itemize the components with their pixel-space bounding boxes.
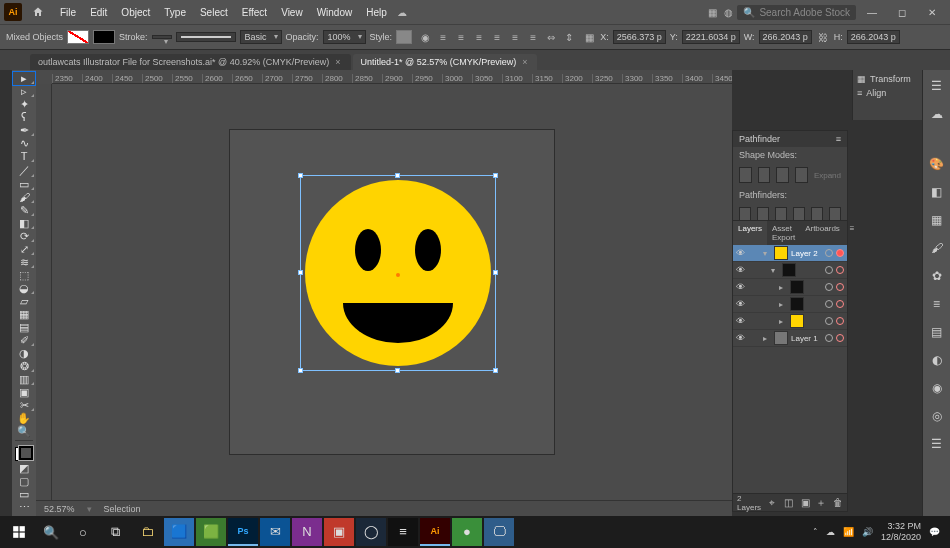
panel-menu-icon[interactable]: ≡ <box>836 134 841 144</box>
selection-indicator[interactable] <box>836 249 844 257</box>
layer-row[interactable]: 👁▸ <box>733 313 847 330</box>
appearance-icon[interactable]: ◉ <box>927 378 947 398</box>
shaper-tool[interactable]: ✎ <box>13 204 35 217</box>
menu-help[interactable]: Help <box>360 4 393 21</box>
visibility-toggle-icon[interactable]: 👁 <box>733 282 747 292</box>
brushes-icon[interactable]: 🖌 <box>927 238 947 258</box>
pen-tool[interactable]: ✒ <box>13 124 35 137</box>
layer-row[interactable]: 👁▾Layer 2 <box>733 245 847 262</box>
stroke-weight-dropdown[interactable] <box>152 35 172 39</box>
file-explorer-icon[interactable]: 🗀 <box>132 518 162 546</box>
taskbar-app-icon[interactable]: 🖵 <box>484 518 514 546</box>
gpu-icon[interactable]: ◍ <box>721 5 735 19</box>
shape-builder-tool[interactable]: ◒ <box>13 282 35 295</box>
close-icon[interactable]: × <box>522 57 527 67</box>
color-panel-icon[interactable]: 🎨 <box>927 154 947 174</box>
distribute-h-icon[interactable]: ⇔ <box>544 30 558 44</box>
align-right-icon[interactable]: ≡ <box>472 30 486 44</box>
window-close[interactable]: ✕ <box>918 2 946 22</box>
opacity-dropdown[interactable]: 100% <box>323 30 366 44</box>
visibility-toggle-icon[interactable]: 👁 <box>733 265 747 275</box>
minus-front-icon[interactable] <box>758 167 771 183</box>
taskbar-app-icon[interactable]: 🟦 <box>164 518 194 546</box>
graphic-styles-icon[interactable]: ◎ <box>927 406 947 426</box>
width-tool[interactable]: ≋ <box>13 256 35 269</box>
canvas-area[interactable]: 2350240024502500255026002650270027502800… <box>36 70 732 516</box>
layer-row[interactable]: 👁▸Layer 1 <box>733 330 847 347</box>
panel-menu-icon[interactable]: ≡ <box>845 221 860 245</box>
photoshop-taskbar-icon[interactable]: Ps <box>228 518 258 546</box>
rotate-tool[interactable]: ⟳ <box>13 230 35 243</box>
close-icon[interactable]: × <box>335 57 340 67</box>
eraser-tool[interactable]: ◧ <box>13 217 35 230</box>
taskbar-app-icon[interactable]: 🟩 <box>196 518 226 546</box>
graphic-style-swatch[interactable] <box>396 30 412 44</box>
layer-row[interactable]: 👁▸ <box>733 296 847 313</box>
selection-indicator[interactable] <box>836 317 844 325</box>
target-indicator-icon[interactable] <box>825 249 833 257</box>
selection-bounding-box[interactable] <box>300 175 496 371</box>
recolor-icon[interactable]: ◉ <box>418 30 432 44</box>
menu-object[interactable]: Object <box>115 4 156 21</box>
onedrive-icon[interactable]: ☁ <box>826 527 835 537</box>
exclude-icon[interactable] <box>795 167 808 183</box>
make-clipping-mask-icon[interactable]: ◫ <box>783 497 793 509</box>
target-indicator-icon[interactable] <box>825 300 833 308</box>
stage[interactable] <box>52 84 732 500</box>
disclosure-icon[interactable]: ▾ <box>771 266 779 275</box>
free-transform-tool[interactable]: ⬚ <box>13 269 35 282</box>
brush-definition-dropdown[interactable]: Basic <box>240 30 282 44</box>
visibility-toggle-icon[interactable]: 👁 <box>733 299 747 309</box>
disclosure-icon[interactable]: ▾ <box>763 249 771 258</box>
system-tray[interactable]: ˄ ☁ 📶 🔊 3:32 PM 12/8/2020 💬 <box>813 521 946 543</box>
align-hcenter-icon[interactable]: ≡ <box>454 30 468 44</box>
notifications-icon[interactable]: 💬 <box>929 527 940 537</box>
target-indicator-icon[interactable] <box>825 266 833 274</box>
lasso-tool[interactable]: ʕ <box>13 111 35 124</box>
illustrator-taskbar-icon[interactable]: Ai <box>420 518 450 546</box>
steam-icon[interactable]: ◯ <box>356 518 386 546</box>
expand-button[interactable]: Expand <box>814 171 841 180</box>
network-icon[interactable]: 📶 <box>843 527 854 537</box>
menu-type[interactable]: Type <box>158 4 192 21</box>
ruler-horizontal[interactable]: 2350240024502500255026002650270027502800… <box>52 70 732 84</box>
search-taskbar-icon[interactable]: 🔍 <box>36 518 66 546</box>
scale-tool[interactable]: ⤢ <box>13 243 35 256</box>
align-vcenter-icon[interactable]: ≡ <box>508 30 522 44</box>
artboard[interactable] <box>229 129 555 455</box>
distribute-v-icon[interactable]: ⇕ <box>562 30 576 44</box>
unite-icon[interactable] <box>739 167 752 183</box>
layers-shortcut-icon[interactable]: ☰ <box>927 434 947 454</box>
blend-tool[interactable]: ◑ <box>13 347 35 360</box>
taskbar-app-icon[interactable]: ● <box>452 518 482 546</box>
ruler-vertical[interactable] <box>36 84 52 516</box>
y-value[interactable]: 2221.6034 p <box>682 30 740 44</box>
screen-mode-icon[interactable]: ▭ <box>13 488 35 501</box>
symbol-sprayer-tool[interactable]: ❂ <box>13 360 35 373</box>
visibility-toggle-icon[interactable]: 👁 <box>733 248 747 258</box>
transform-panel-tab[interactable]: ▦Transform <box>857 74 918 84</box>
column-graph-tool[interactable]: ▥ <box>13 373 35 386</box>
draw-mode-icon[interactable]: ▢ <box>13 475 35 488</box>
artboards-tab[interactable]: Artboards <box>800 221 845 245</box>
selection-indicator[interactable] <box>836 266 844 274</box>
stroke-profile-preview[interactable] <box>176 32 236 42</box>
selection-indicator[interactable] <box>836 283 844 291</box>
gradient-panel-icon[interactable]: ▤ <box>927 322 947 342</box>
target-indicator-icon[interactable] <box>825 317 833 325</box>
cloud-icon[interactable]: ☁ <box>395 5 409 19</box>
curvature-tool[interactable]: ∿ <box>13 137 35 150</box>
taskbar-app-icon[interactable]: ≡ <box>388 518 418 546</box>
menu-window[interactable]: Window <box>311 4 359 21</box>
mesh-tool[interactable]: ▦ <box>13 308 35 321</box>
menu-file[interactable]: File <box>54 4 82 21</box>
libraries-icon[interactable]: ☁ <box>927 104 947 124</box>
target-indicator-icon[interactable] <box>825 283 833 291</box>
type-tool[interactable]: T <box>13 150 35 163</box>
window-restore[interactable]: ◻ <box>888 2 916 22</box>
hand-tool[interactable]: ✋ <box>13 412 35 425</box>
zoom-tool[interactable]: 🔍 <box>13 425 35 438</box>
new-layer-icon[interactable]: ＋ <box>816 497 826 509</box>
target-indicator-icon[interactable] <box>825 334 833 342</box>
cortana-icon[interactable]: ○ <box>68 518 98 546</box>
